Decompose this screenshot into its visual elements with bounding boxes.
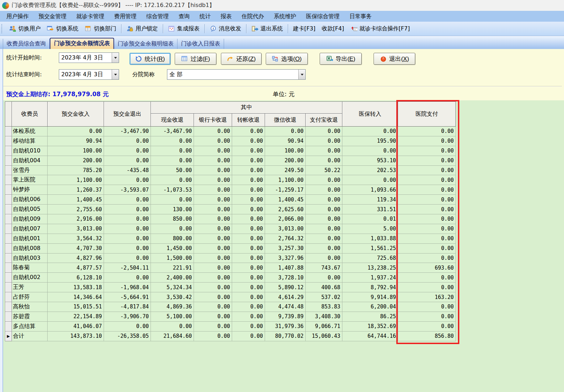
value-cell[interactable]: 0.00 — [194, 263, 232, 273]
table-row[interactable]: 自助机0052,755.600.00130.000.000.002,625.60… — [5, 205, 456, 214]
cashier-name-cell[interactable]: 王芳 — [12, 283, 48, 292]
row-selector-cell[interactable] — [5, 243, 12, 253]
value-cell[interactable]: 0.00 — [398, 195, 456, 205]
menu-item-2[interactable]: 预交金管理 — [34, 11, 71, 22]
value-cell[interactable]: 0.00 — [232, 146, 265, 156]
table-row[interactable]: ▶合计143,873.10-26,358.0521,684.600.000.00… — [5, 331, 456, 341]
cashier-name-cell[interactable]: 自助机005 — [12, 205, 48, 214]
cashier-name-cell[interactable]: 自助机003 — [12, 253, 48, 263]
value-cell[interactable]: 0.00 — [151, 224, 194, 234]
value-cell[interactable]: 0.00 — [104, 205, 151, 214]
tab-1[interactable]: 收费员综合查询 — [3, 39, 50, 49]
value-cell[interactable]: 22,154.89 — [48, 312, 104, 321]
value-cell[interactable]: 0.00 — [398, 283, 456, 292]
value-cell[interactable]: 0.00 — [398, 214, 456, 224]
value-cell[interactable]: 0.00 — [194, 321, 232, 331]
value-cell[interactable]: 785.20 — [48, 165, 104, 175]
row-selector-cell[interactable] — [5, 175, 12, 185]
value-cell[interactable]: 64,744.16 — [342, 331, 398, 341]
value-cell[interactable]: 853.83 — [306, 302, 342, 312]
action-button-4[interactable]: 选项(O) — [266, 53, 308, 65]
value-cell[interactable]: 0.00 — [104, 243, 151, 253]
toolbar-button-7[interactable]: 集成报表 — [167, 24, 201, 34]
value-cell[interactable]: 0.00 — [194, 136, 232, 146]
value-cell[interactable]: 15,015.51 — [48, 302, 104, 312]
row-selector-cell[interactable] — [5, 165, 12, 175]
value-cell[interactable]: 13,583.18 — [48, 283, 104, 292]
value-cell[interactable]: 0.00 — [398, 253, 456, 263]
value-cell[interactable]: 1,033.88 — [342, 234, 398, 243]
row-selector-cell[interactable] — [5, 283, 12, 292]
cashier-name-cell[interactable]: 移动结算 — [12, 136, 48, 146]
value-cell[interactable]: 0.00 — [398, 273, 456, 283]
row-selector-cell[interactable] — [5, 263, 12, 273]
value-cell[interactable]: 4,827.96 — [48, 253, 104, 263]
value-cell[interactable]: 0.00 — [232, 292, 265, 302]
table-row[interactable]: 自助机0061,400.450.000.000.000.001,400.450.… — [5, 195, 456, 205]
value-cell[interactable]: 0.00 — [194, 127, 232, 136]
value-cell[interactable]: 6,128.10 — [48, 273, 104, 283]
value-cell[interactable]: 202.53 — [342, 165, 398, 175]
cashier-name-cell[interactable]: 自助机002 — [12, 273, 48, 283]
table-row[interactable]: 自助机0013,564.320.00800.000.000.002,764.32… — [5, 234, 456, 243]
value-cell[interactable]: -1,073.53 — [151, 185, 194, 195]
value-cell[interactable]: 249.50 — [265, 165, 306, 175]
table-row[interactable]: 自助机0084,707.300.001,450.000.000.003,257.… — [5, 243, 456, 253]
toolbar-button-2[interactable]: 切换系统 — [46, 24, 80, 34]
value-cell[interactable]: 0.00 — [194, 283, 232, 292]
start-date-dropdown-icon[interactable] — [112, 53, 119, 63]
value-cell[interactable]: 86.25 — [342, 312, 398, 321]
row-selector-cell[interactable] — [5, 185, 12, 195]
value-cell[interactable]: 0.00 — [151, 195, 194, 205]
value-cell[interactable]: 31,979.36 — [265, 321, 306, 331]
value-cell[interactable]: 4,474.48 — [265, 302, 306, 312]
row-selector-cell[interactable] — [5, 302, 12, 312]
value-cell[interactable]: 800.00 — [151, 234, 194, 243]
value-cell[interactable]: 0.00 — [232, 214, 265, 224]
value-cell[interactable]: 0.00 — [398, 136, 456, 146]
row-selector-cell[interactable] — [5, 205, 12, 214]
menu-item-5[interactable]: 综合管理 — [141, 11, 174, 22]
value-cell[interactable]: 5,890.12 — [265, 283, 306, 292]
value-cell[interactable]: 0.00 — [306, 205, 342, 214]
start-date-combobox[interactable]: 2023年 4月 3日 — [59, 52, 119, 63]
value-cell[interactable]: 1,450.00 — [151, 243, 194, 253]
cashier-name-cell[interactable]: 高秋怡 — [12, 302, 48, 312]
value-cell[interactable]: 2,400.00 — [151, 273, 194, 283]
value-cell[interactable]: 0.00 — [232, 234, 265, 243]
value-cell[interactable]: 0.00 — [194, 175, 232, 185]
value-cell[interactable]: 1,400.45 — [48, 195, 104, 205]
value-cell[interactable]: 80,770.02 — [265, 331, 306, 341]
value-cell[interactable]: 850.00 — [151, 214, 194, 224]
value-cell[interactable]: 3,564.32 — [48, 234, 104, 243]
table-row[interactable]: 张雪丹785.20-435.4850.000.000.00249.5050.22… — [5, 165, 456, 175]
value-cell[interactable]: 0.00 — [306, 253, 342, 263]
cashier-name-cell[interactable]: 钟梦婷 — [12, 185, 48, 195]
value-cell[interactable]: 2,625.60 — [265, 205, 306, 214]
value-cell[interactable]: 0.00 — [232, 283, 265, 292]
value-cell[interactable]: 1,500.00 — [151, 253, 194, 263]
value-cell[interactable]: 0.00 — [398, 205, 456, 214]
value-cell[interactable]: 0.00 — [151, 136, 194, 146]
value-cell[interactable]: 1,093.66 — [342, 185, 398, 195]
table-row[interactable]: 苏碧霞22,154.89-3,906.705,100.000.000.009,7… — [5, 312, 456, 321]
table-row[interactable]: 高秋怡15,015.51-4,817.844,869.360.000.004,4… — [5, 302, 456, 312]
value-cell[interactable]: -3,906.70 — [104, 312, 151, 321]
value-cell[interactable]: 0.00 — [306, 234, 342, 243]
value-cell[interactable]: 0.00 — [194, 214, 232, 224]
end-date-dropdown-icon[interactable] — [112, 70, 119, 79]
menu-item-9[interactable]: 住院代办 — [237, 11, 269, 22]
value-cell[interactable]: 0.00 — [232, 185, 265, 195]
value-cell[interactable]: 0.00 — [306, 224, 342, 234]
value-cell[interactable]: 0.00 — [232, 195, 265, 205]
row-selector-cell[interactable] — [5, 156, 12, 165]
row-selector-cell[interactable] — [5, 214, 12, 224]
value-cell[interactable]: 200.00 — [48, 156, 104, 165]
value-cell[interactable]: 3,728.10 — [265, 273, 306, 283]
value-cell[interactable]: 1,260.37 — [48, 185, 104, 195]
value-cell[interactable]: 119.34 — [342, 195, 398, 205]
value-cell[interactable]: 90.94 — [265, 136, 306, 146]
menu-item-12[interactable]: 日常事务 — [344, 11, 377, 22]
value-cell[interactable]: 5,100.00 — [151, 312, 194, 321]
value-cell[interactable]: 0.00 — [232, 263, 265, 273]
